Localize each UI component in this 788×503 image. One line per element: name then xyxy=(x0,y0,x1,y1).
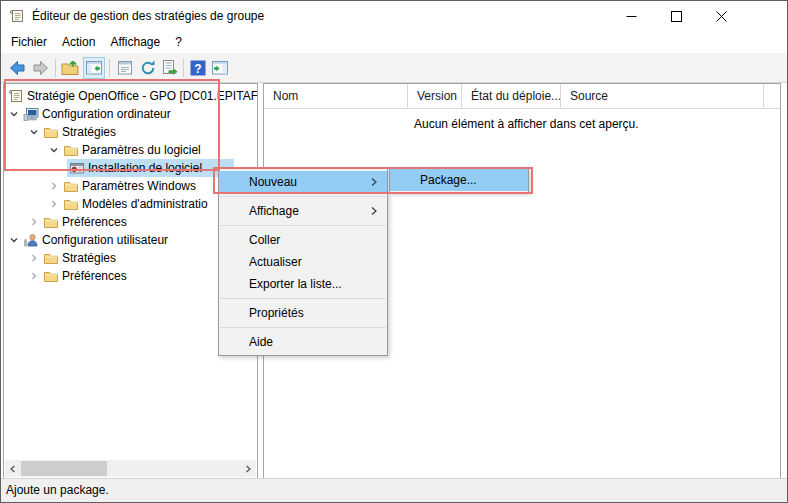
folder-icon xyxy=(63,142,79,158)
minimize-button[interactable] xyxy=(609,1,654,31)
menu-item-actualiser[interactable]: Actualiser xyxy=(219,251,387,273)
svg-text:?: ? xyxy=(194,62,201,76)
scrollbar-thumb[interactable] xyxy=(21,461,107,476)
menu-affichage[interactable]: Affichage xyxy=(110,35,160,49)
menu-item-proprietes[interactable]: Propriétés xyxy=(219,302,387,324)
tree-item-label: Préférences xyxy=(62,215,127,229)
scroll-right-button[interactable] xyxy=(240,460,256,477)
close-button[interactable] xyxy=(699,1,744,31)
tree-item-label: Paramètres Windows xyxy=(82,179,196,193)
folder-icon xyxy=(63,196,79,212)
menu-action[interactable]: Action xyxy=(62,35,95,49)
folder-icon xyxy=(43,268,59,284)
chevron-expanded-icon[interactable] xyxy=(9,109,19,119)
menu-item-label: Nouveau xyxy=(249,175,297,189)
menu-item-exporter-la-liste[interactable]: Exporter la liste... xyxy=(219,273,387,295)
export-list-button[interactable] xyxy=(159,57,181,79)
menu-item-label: Affichage xyxy=(249,204,299,218)
chevron-collapsed-icon[interactable] xyxy=(29,217,39,227)
user-icon xyxy=(23,232,39,248)
menu-item-coller[interactable]: Coller xyxy=(219,229,387,251)
folder-icon xyxy=(43,124,59,140)
minimize-icon xyxy=(626,11,637,22)
properties-icon xyxy=(115,58,135,78)
empty-list-message: Aucun élément à afficher dans cet aperçu… xyxy=(414,117,639,131)
properties-button[interactable] xyxy=(114,57,136,79)
tree-item-label: Configuration utilisateur xyxy=(42,233,168,247)
menu-item-aide[interactable]: Aide xyxy=(219,331,387,353)
tree-item-strategie-openoffice-gpo-dc01-epitaf-lo[interactable]: Stratégie OpenOffice - GPO [DC01.EPITAF.… xyxy=(4,87,257,105)
column-header-filler xyxy=(764,84,780,108)
up-folder-icon xyxy=(60,58,80,78)
console-tree-icon xyxy=(84,58,104,78)
menu-aide[interactable]: ? xyxy=(175,35,182,49)
column-header-source[interactable]: Source xyxy=(561,84,764,108)
tree-item-strategies[interactable]: Stratégies xyxy=(4,123,257,141)
chevron-expanded-icon[interactable] xyxy=(49,145,59,155)
refresh-button[interactable] xyxy=(137,57,159,79)
menu-item-package[interactable]: Package... xyxy=(390,169,528,191)
gpo-scroll-icon xyxy=(9,8,25,24)
show-console-tree-button[interactable] xyxy=(83,57,105,79)
menu-item-label: Coller xyxy=(249,233,280,247)
tree-item-label: Installation de logiciel xyxy=(88,161,202,175)
menu-item-label: Actualiser xyxy=(249,255,302,269)
toolbar-separator xyxy=(183,59,184,77)
window-title: Éditeur de gestion des stratégies de gro… xyxy=(32,9,264,23)
forward-icon xyxy=(31,58,51,78)
chevron-collapsed-icon[interactable] xyxy=(49,181,59,191)
content-area: Stratégie OpenOffice - GPO [DC01.EPITAF.… xyxy=(1,83,787,480)
column-header-nom[interactable]: Nom xyxy=(264,84,408,108)
menu-separator xyxy=(220,298,386,299)
tree-item-configuration-ordinateur[interactable]: Configuration ordinateur xyxy=(4,105,257,123)
toolbar-separator xyxy=(109,59,110,77)
tree-item-label: Configuration ordinateur xyxy=(42,107,171,121)
maximize-button[interactable] xyxy=(654,1,699,31)
chevron-collapsed-icon[interactable] xyxy=(29,253,39,263)
tree-item-label: Préférences xyxy=(62,269,127,283)
export-list-icon xyxy=(160,58,180,78)
chevron-collapsed-icon[interactable] xyxy=(29,271,39,281)
menubar: Fichier Action Affichage ? xyxy=(1,31,787,53)
menu-item-label: Package... xyxy=(420,173,477,187)
scroll-left-button[interactable] xyxy=(5,460,21,477)
software-icon xyxy=(69,160,85,176)
chevron-collapsed-icon[interactable] xyxy=(49,199,59,209)
menu-item-affichage[interactable]: Affichage xyxy=(219,200,387,222)
statusbar: Ajoute un package. xyxy=(1,478,787,502)
back-icon xyxy=(7,58,27,78)
up-one-level-button[interactable] xyxy=(59,57,81,79)
submenu-arrow-icon xyxy=(371,177,377,187)
column-header-version[interactable]: Version xyxy=(408,84,462,108)
menu-item-nouveau[interactable]: Nouveau xyxy=(219,171,387,193)
tree-item-label: Paramètres du logiciel xyxy=(82,143,201,157)
list-header: Nom Version État du déploie... Source xyxy=(264,84,780,109)
context-menu: NouveauAffichageCollerActualiserExporter… xyxy=(218,168,388,356)
tree-item-label: Modèles d'administratio xyxy=(82,197,208,211)
computer-icon xyxy=(23,106,39,122)
help-icon: ? xyxy=(188,58,208,78)
refresh-icon xyxy=(138,58,158,78)
maximize-icon xyxy=(671,11,682,22)
show-action-pane-button[interactable] xyxy=(209,57,231,79)
menu-fichier[interactable]: Fichier xyxy=(11,35,47,49)
gpme-window: Éditeur de gestion des stratégies de gro… xyxy=(0,0,788,503)
menu-separator xyxy=(220,327,386,328)
menu-item-label: Propriétés xyxy=(249,306,304,320)
menu-item-label: Exporter la liste... xyxy=(249,277,342,291)
chevron-expanded-icon[interactable] xyxy=(9,235,19,245)
column-header-etat-deploiement[interactable]: État du déploie... xyxy=(462,84,561,108)
tree-item-parametres-du-logiciel[interactable]: Paramètres du logiciel xyxy=(4,141,257,159)
chevron-expanded-icon[interactable] xyxy=(29,127,39,137)
context-submenu: Package... xyxy=(389,167,529,193)
toolbar-separator xyxy=(55,59,56,77)
submenu-arrow-icon xyxy=(371,206,377,216)
menu-separator xyxy=(220,225,386,226)
back-button[interactable] xyxy=(6,57,28,79)
horizontal-scrollbar[interactable] xyxy=(5,460,256,477)
forward-button[interactable] xyxy=(30,57,52,79)
folder-icon xyxy=(43,214,59,230)
help-button[interactable]: ? xyxy=(187,57,209,79)
tree-item-label: Stratégies xyxy=(62,125,116,139)
action-pane-icon xyxy=(210,58,230,78)
